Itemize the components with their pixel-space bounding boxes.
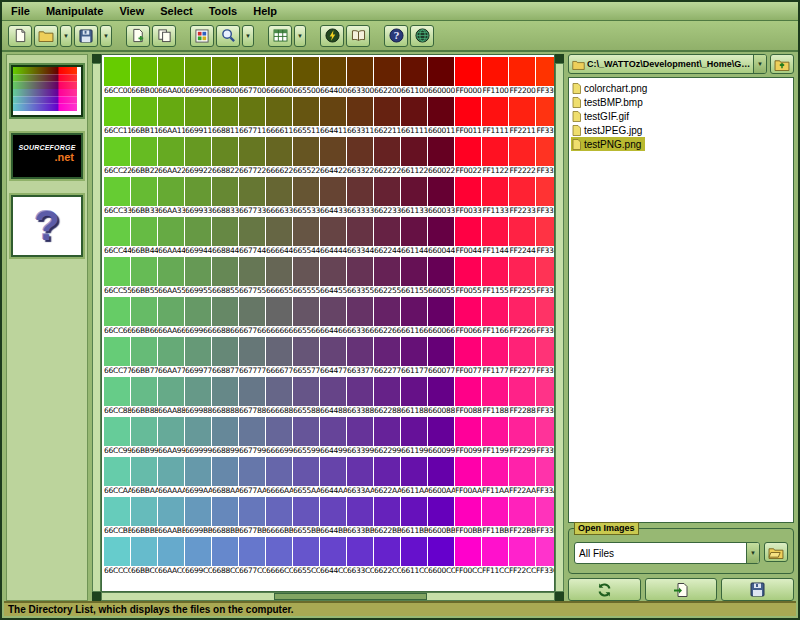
help-button[interactable]: ?: [384, 25, 408, 47]
file-filter-value: All Files: [575, 548, 746, 559]
image-viewport[interactable]: 66CC0066BB0066AA006699006688006677006666…: [101, 54, 555, 592]
color-grid-button[interactable]: [190, 25, 214, 47]
color-swatch: [428, 97, 454, 126]
color-row: 66CC4466BB4466AA446699446688446677446666…: [104, 217, 554, 257]
color-cell: 665588: [293, 377, 320, 417]
color-swatch-label: 669999: [185, 446, 212, 456]
horizontal-scrollbar[interactable]: [101, 592, 555, 601]
save-images-button[interactable]: [721, 578, 794, 601]
folder-up-icon: [774, 58, 790, 71]
website-button[interactable]: [410, 25, 434, 47]
thumbnail-colorchart[interactable]: [11, 65, 83, 117]
color-cell: FF0099: [455, 417, 482, 457]
color-cell: 667799: [239, 417, 266, 457]
color-cell: 664433: [320, 177, 347, 217]
color-cell: 663322: [347, 137, 374, 177]
color-cell: 66AA11: [158, 97, 185, 137]
color-swatch-label: 660099: [428, 446, 455, 456]
color-swatch: [158, 97, 184, 126]
file-list-item[interactable]: testGIF.gif: [571, 109, 633, 123]
color-swatch: [104, 297, 130, 326]
zoom-dropdown-button[interactable]: ▼: [242, 25, 254, 47]
open-folder-button[interactable]: [764, 542, 788, 562]
menu-manipulate[interactable]: Manipulate: [46, 5, 103, 17]
color-swatch-label: 663377: [347, 366, 374, 376]
color-swatch: [401, 257, 427, 286]
thumbnail-question[interactable]: ?: [11, 195, 83, 257]
file-filter-combo[interactable]: All Files ▼: [574, 542, 760, 564]
color-swatch: [131, 137, 157, 166]
book-button[interactable]: [346, 25, 370, 47]
color-cell: 661177: [401, 337, 428, 377]
color-swatch-label: FF1144: [482, 246, 509, 256]
color-swatch-label: FF1166: [482, 326, 509, 336]
add-image-button[interactable]: [126, 25, 150, 47]
color-row: 66CC6666BB6666AA666699666688666677666666…: [104, 297, 554, 337]
color-swatch: [401, 57, 427, 86]
vertical-scrollbar-left[interactable]: [92, 63, 101, 592]
copy-image-button[interactable]: [152, 25, 176, 47]
new-button[interactable]: [8, 25, 32, 47]
import-image-button[interactable]: [645, 578, 718, 601]
color-cell: 6633CC: [347, 537, 374, 577]
color-swatch: [293, 497, 319, 526]
color-swatch-label: 668822: [212, 166, 239, 176]
file-name: testJPEG.jpg: [584, 125, 642, 136]
menu-help[interactable]: Help: [253, 5, 277, 17]
color-cell: 668822: [212, 137, 239, 177]
color-cell: 662244: [374, 217, 401, 257]
color-swatch: [536, 57, 555, 86]
color-cell: FF2255: [509, 257, 536, 297]
horizontal-scrollbar-thumb[interactable]: [274, 593, 428, 600]
file-list-item[interactable]: testJPEG.jpg: [571, 123, 646, 137]
menu-view[interactable]: View: [119, 5, 144, 17]
color-cell: 66AA44: [158, 217, 185, 257]
open-dropdown-button[interactable]: ▼: [60, 25, 72, 47]
save-dropdown-button[interactable]: ▼: [100, 25, 112, 47]
file-list-item[interactable]: testPNG.png: [571, 137, 645, 151]
menu-select[interactable]: Select: [160, 5, 192, 17]
color-swatch-label: FF2222: [509, 166, 536, 176]
color-swatch-label: 662277: [374, 366, 401, 376]
menu-tools[interactable]: Tools: [209, 5, 238, 17]
zoom-button[interactable]: [216, 25, 240, 47]
color-swatch: [158, 457, 184, 486]
color-swatch-label: 6633AA: [347, 486, 374, 496]
color-swatch: [482, 177, 508, 206]
color-swatch: [266, 177, 292, 206]
color-cell: FF0066: [455, 297, 482, 337]
color-cell: 661199: [401, 417, 428, 457]
color-cell: FF0088: [455, 377, 482, 417]
color-swatch: [536, 97, 555, 126]
filter-dropdown-arrow[interactable]: ▼: [746, 543, 759, 563]
color-grid: 66CC0066BB0066AA006699006688006677006666…: [104, 57, 554, 577]
color-swatch-label: 664400: [320, 86, 347, 96]
color-swatch-label: 667711: [239, 126, 266, 136]
color-swatch-label: 665555: [293, 286, 320, 296]
thumbnail-sourceforge[interactable]: SOURCEFORGE .net: [11, 133, 83, 179]
globe-icon: [415, 28, 430, 43]
table-dropdown-button[interactable]: ▼: [294, 25, 306, 47]
color-swatch-label: FF2288: [509, 406, 536, 416]
lightning-button[interactable]: [320, 25, 344, 47]
file-list-item[interactable]: colorchart.png: [571, 81, 651, 95]
refresh-button[interactable]: [568, 578, 641, 601]
table-button[interactable]: [268, 25, 292, 47]
color-cell: 66BB11: [131, 97, 158, 137]
color-swatch: [131, 217, 157, 246]
path-dropdown-arrow[interactable]: ▼: [753, 55, 766, 73]
color-swatch: [212, 257, 238, 286]
color-swatch-label: 662288: [374, 406, 401, 416]
vertical-scrollbar-right[interactable]: [555, 63, 564, 592]
color-swatch-label: 661122: [401, 166, 428, 176]
menu-file[interactable]: File: [11, 5, 30, 17]
open-button[interactable]: [34, 25, 58, 47]
file-list-item[interactable]: testBMP.bmp: [571, 95, 647, 109]
color-swatch: [185, 177, 211, 206]
color-cell: 6699CC: [185, 537, 212, 577]
save-button[interactable]: [74, 25, 98, 47]
directory-path-combo[interactable]: C:\_WATTOz\Development\_Home\Game Imager…: [568, 54, 767, 74]
folder-up-button[interactable]: [770, 54, 794, 74]
color-swatch-label: 6611AA: [401, 486, 428, 496]
color-swatch-label: 669933: [185, 206, 212, 216]
